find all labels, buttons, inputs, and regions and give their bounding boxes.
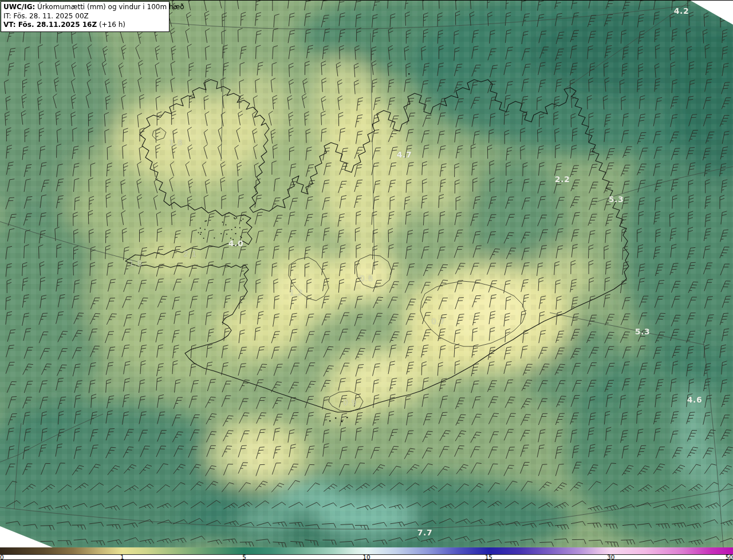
- title-line-init: IT: Fös. 28. 11. 2025 00Z: [3, 12, 166, 21]
- contour-label: 1.8: [129, 259, 143, 268]
- contour-label: 0.9: [343, 398, 357, 407]
- model-id: UWC/IG:: [3, 3, 35, 11]
- contour-label: 4.6: [687, 395, 702, 404]
- contour-label: 7.7: [417, 528, 432, 537]
- map-area: 4.21.84.72.25.34.02.11.80.81.20.75.34.60…: [0, 1, 733, 547]
- map-corner-cut-topright: [687, 1, 733, 26]
- precipitation-legend: 01510153050: [0, 547, 733, 560]
- map-corner-cut-bottomleft: [0, 524, 53, 547]
- contour-label: 4.2: [674, 6, 689, 15]
- contour-label: 5.3: [635, 327, 650, 336]
- title-line-product: UWC/IG: Úrkomumætti (mm) og vindur i 100…: [3, 3, 166, 12]
- title-box: UWC/IG: Úrkomumætti (mm) og vindur i 100…: [1, 1, 170, 32]
- title-line-valid: VT: Fös. 28.11.2025 16Z (+16 h): [3, 21, 166, 30]
- contour-label: 2.1: [183, 249, 197, 258]
- contour-label: 5.3: [609, 195, 624, 204]
- contour-label: 4.0: [228, 239, 243, 248]
- weather-map-figure: 4.21.84.72.25.34.02.11.80.81.20.75.34.60…: [0, 0, 733, 560]
- contour-label: 1.8: [169, 138, 183, 147]
- contour-label: 0.8: [360, 274, 373, 283]
- contour-label: 4.7: [397, 150, 412, 159]
- contour-label: 1.2: [289, 288, 303, 297]
- contour-label: 0.7: [431, 317, 445, 326]
- contour-label: 2.2: [555, 175, 570, 184]
